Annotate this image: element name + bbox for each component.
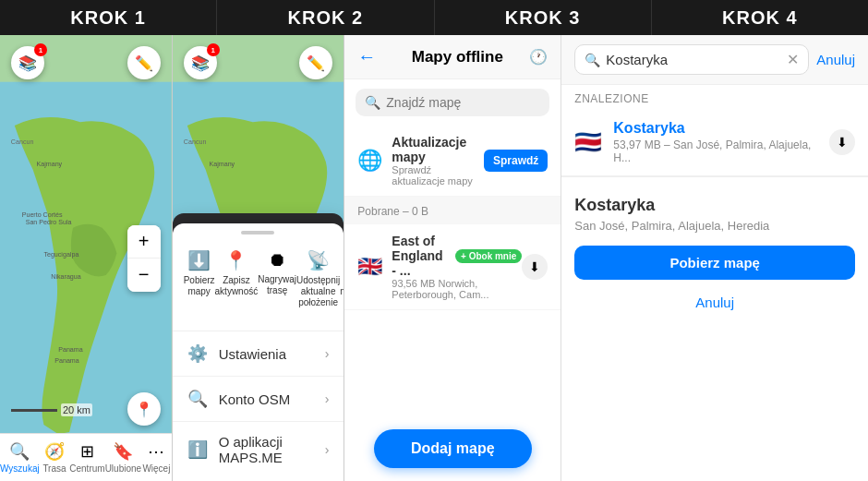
updates-row: 🌐 Aktualizacje mapy Sprawdź aktualizacje… [344,126,561,197]
layers-icon: 📚 [18,54,37,72]
settings-label: Ustawienia [219,346,325,362]
svg-text:Cancun: Cancun [184,138,207,146]
updates-sub: Sprawdź aktualizacje mapy [392,164,484,186]
cancel-search-button[interactable]: Anuluj [816,52,855,67]
svg-text:Puerto Cortés: Puerto Cortés [22,211,63,219]
download-map-button[interactable]: Pobierz mapę [574,246,855,280]
location-button[interactable]: 📍 [127,392,161,426]
bookmarks-nav-label: Ulubione [105,463,141,474]
east-england-size: 93,56 MB [392,278,435,289]
nav-bookmarks[interactable]: 🔖 Ulubione [105,434,141,481]
more-nav-label: Więcej [142,463,170,474]
costarica-flag: 🇨🇷 [574,129,602,155]
menu-handle [241,231,274,234]
search-input-wrapper: 🔍 ✕ [574,44,809,75]
offline-search-input[interactable] [386,95,548,110]
step3-label: KROK 3 [435,0,652,35]
offline-title: Mapy offline [385,48,529,66]
svg-text:Panama: Panama [58,346,83,354]
clear-search-button[interactable]: ✕ [787,51,799,68]
detail-cancel-link[interactable]: Anuluj [574,289,855,316]
nav-route[interactable]: 🧭 Trasa [40,434,70,481]
osm-icon: 🔍 [187,389,208,409]
search-icon: 🔍 [585,53,600,67]
england-download-button[interactable]: ⬇ [522,254,548,280]
panel2-notification-dot: 1 [207,43,220,56]
svg-text:Kajmany: Kajmany [37,161,63,168]
panel2-map: Cancun Kajmany San Pedro Sula Tegucigalp… [173,35,345,481]
center-nav-icon: ⊞ [80,441,94,462]
add-place-label: Dodaj miejsce do mapy [340,275,344,319]
menu-download-maps[interactable]: ⬇️ Pobierz mapy [184,249,215,319]
zoom-controls: + − [127,225,161,292]
add-map-button[interactable]: Dodaj mapę [374,429,532,468]
panel2-edit-icon: ✏️ [307,54,325,72]
record-label: Nagrywaj trasę [258,274,296,296]
search-input[interactable] [606,52,781,67]
menu-add-place[interactable]: 📌 Dodaj miejsce do mapy [340,249,344,319]
svg-text:San Pedro Sula: San Pedro Sula [26,219,72,226]
costarica-sub: 53,97 MB – San José, Palmira, Alajuela, … [613,138,829,164]
menu-icons-row: ⬇️ Pobierz mapy 📍 Zapisz aktywność ⏺ Nag… [173,246,344,331]
edit-button[interactable]: ✏️ [127,46,161,79]
more-nav-icon: ⋯ [148,441,164,462]
about-arrow: › [325,442,330,457]
bottom-nav: 🔍 Wyszukaj 🧭 Trasa ⊞ Centrum 🔖 Ulubione … [0,433,172,481]
results-section-title: Znalezione [561,85,868,109]
offline-header: ← Mapy offline 🕐 [344,35,561,79]
menu-save-activity[interactable]: 📍 Zapisz aktywność [215,249,259,319]
svg-text:Kajmany: Kajmany [209,161,235,168]
menu-share-location[interactable]: 📡 Udostępnij aktualne położenie [296,249,340,319]
zoom-out-button[interactable]: − [127,259,161,292]
nav-search[interactable]: 🔍 Wyszukaj [0,434,40,481]
offline-search-icon: 🔍 [365,95,380,110]
route-nav-label: Trasa [42,463,66,474]
steps-header: KROK 1 KROK 2 KROK 3 KROK 4 [0,0,868,35]
menu-osm-item[interactable]: 🔍 Konto OSM › [173,377,344,422]
search-header: 🔍 ✕ Anuluj [561,35,868,85]
svg-text:Tegucigalpa: Tegucigalpa [43,251,78,259]
check-updates-button[interactable]: Sprawdź [484,150,548,172]
offline-back-button[interactable]: ← [357,46,376,67]
edit-icon: ✏️ [135,54,153,72]
panel3-offline: ← Mapy offline 🕐 🔍 🌐 Aktualizacje mapy S… [344,35,561,481]
uk-flag: 🇬🇧 [357,255,382,279]
settings-arrow: › [325,346,330,361]
updates-info: Aktualizacje mapy Sprawdź aktualizacje m… [392,135,484,186]
layers-button[interactable]: 1 📚 [11,46,44,79]
updates-name: Aktualizacje mapy [392,135,484,164]
center-nav-label: Centrum [69,463,104,474]
panel2-layers-icon: 📚 [191,54,210,72]
nav-more[interactable]: ⋯ Więcej [141,434,172,481]
svg-text:Cancun: Cancun [11,138,34,146]
search-nav-icon: 🔍 [9,441,30,462]
costarica-info: Kostaryka 53,97 MB – San José, Palmira, … [613,120,829,164]
east-england-sub: 93,56 MB Norwich, Peterborough, Cam... [392,278,522,300]
costarica-download-button[interactable]: ⬇ [829,129,855,155]
panel2-layers-button[interactable]: 1 📚 [184,46,217,79]
osm-label: Konto OSM [219,391,325,407]
scale-label: 20 km [61,403,92,416]
download-label: Pobierz mapy [184,275,215,297]
east-england-row: 🇬🇧 East of England - ... + Obok mnie 93,… [344,224,561,310]
scale-bar: 20 km [11,403,92,416]
result-detail: Kostaryka San José, Palmira, Alajuela, H… [561,176,868,329]
offline-search-bar[interactable]: 🔍 [356,89,549,116]
zoom-in-button[interactable]: + [127,225,161,259]
osm-arrow: › [325,391,330,406]
menu-sheet: ⬇️ Pobierz mapy 📍 Zapisz aktywność ⏺ Nag… [173,223,344,481]
nav-center[interactable]: ⊞ Centrum [69,434,104,481]
downloaded-label: Pobrane – 0 B [357,205,428,218]
menu-about-item[interactable]: ℹ️ O aplikacji MAPS.ME › [173,422,344,477]
add-map-area: Dodaj mapę [344,310,561,481]
about-icon: ℹ️ [187,439,208,460]
notification-dot: 1 [34,43,47,56]
step4-label: KROK 4 [652,0,868,35]
panel1-map: Cancun Kajmany Puerto Cortés San Pedro S… [0,35,173,481]
menu-record-route[interactable]: ⏺ Nagrywaj trasę [258,249,296,319]
share-label: Udostępnij aktualne położenie [296,275,340,308]
route-nav-icon: 🧭 [44,441,65,462]
menu-settings-item[interactable]: ⚙️ Ustawienia › [173,331,344,377]
add-place-icon: 📌 [344,249,345,271]
result-row-costarica[interactable]: 🇨🇷 Kostaryka 53,97 MB – San José, Palmir… [561,109,868,176]
